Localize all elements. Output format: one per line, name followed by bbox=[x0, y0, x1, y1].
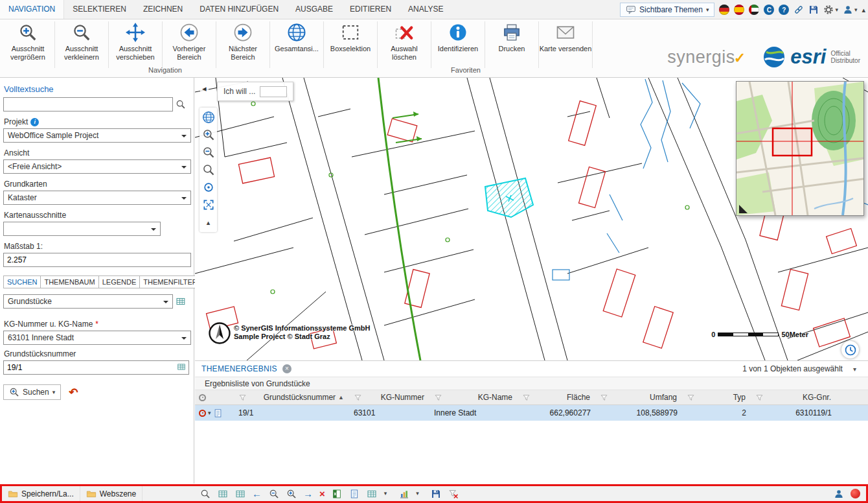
filter-icon[interactable] bbox=[434, 393, 442, 402]
filter-icon[interactable] bbox=[687, 393, 695, 402]
user-session-button[interactable] bbox=[833, 488, 844, 499]
copy-selection-button[interactable] bbox=[367, 488, 378, 499]
search-icon[interactable] bbox=[176, 99, 186, 110]
north-arrow-icon[interactable] bbox=[208, 322, 231, 345]
pan-button[interactable]: Ausschnitt verschieben bbox=[109, 19, 162, 62]
box-selection-button[interactable]: Boxselektion bbox=[324, 19, 377, 53]
flag-german-icon[interactable] bbox=[719, 5, 729, 15]
map-full-extent-button[interactable] bbox=[201, 110, 216, 124]
menu-tab-analyse[interactable]: ANALYSE bbox=[400, 0, 451, 19]
column-header-kg-name[interactable]: KG-Name bbox=[429, 390, 518, 404]
previous-record-icon[interactable]: ← bbox=[252, 489, 262, 498]
map-zoom-out-button[interactable] bbox=[201, 145, 216, 159]
menu-tab-selektieren[interactable]: SELEKTIEREN bbox=[64, 0, 135, 19]
sort-asc-icon[interactable]: ▲ bbox=[338, 394, 344, 401]
collapse-ribbon-icon[interactable]: ▴ bbox=[862, 6, 865, 14]
table-row[interactable]: ▾ 19/1 63101 Innere Stadt 662,960277 108… bbox=[195, 405, 868, 421]
new-table-button[interactable] bbox=[234, 488, 246, 499]
time-slider-button[interactable] bbox=[841, 341, 859, 358]
menu-tab-daten-hinzufuegen[interactable]: DATEN HINZUFÜGEN bbox=[191, 0, 287, 19]
overview-map[interactable] bbox=[736, 81, 864, 216]
chevron-down-icon[interactable]: ▾ bbox=[384, 491, 387, 497]
report-button[interactable] bbox=[349, 488, 360, 499]
flag-arabic-icon[interactable] bbox=[749, 5, 759, 15]
print-button[interactable]: Drucken bbox=[485, 19, 538, 53]
map-view[interactable]: ◂ Ich will ... ▴ © SynerGIS Informations… bbox=[195, 78, 868, 360]
tab-themenfilter[interactable]: THEMENFILTER bbox=[140, 275, 201, 288]
map-center-button[interactable] bbox=[201, 180, 216, 194]
results-tab[interactable]: THEMENERGEBNIS bbox=[201, 364, 277, 373]
menu-tab-ausgabe[interactable]: AUSGABE bbox=[287, 0, 341, 19]
column-header-umfang[interactable]: Umfang bbox=[595, 390, 682, 404]
tab-suchen[interactable]: SUCHEN bbox=[3, 275, 41, 288]
zoom-to-feature-icon[interactable] bbox=[199, 410, 206, 417]
map-extent-button[interactable] bbox=[201, 198, 216, 212]
tab-themenbaum[interactable]: THEMENBAUM bbox=[41, 275, 98, 288]
basemap-select[interactable]: Kataster bbox=[3, 191, 191, 205]
webszene-button[interactable]: Webszene bbox=[80, 486, 143, 501]
tab-legende[interactable]: LEGENDE bbox=[99, 275, 141, 288]
next-record-icon[interactable]: → bbox=[303, 489, 313, 498]
input-helper-icon[interactable] bbox=[177, 362, 186, 371]
column-header-typ[interactable]: Typ bbox=[682, 390, 751, 404]
parcel-number-input[interactable] bbox=[3, 360, 189, 375]
search-theme-select[interactable]: Grundstücke bbox=[3, 294, 173, 309]
chart-button[interactable] bbox=[398, 488, 409, 499]
clear-selection-button[interactable]: Auswahl löschen bbox=[378, 19, 431, 62]
collapse-panel-icon[interactable]: ▾ bbox=[853, 366, 856, 373]
map-zoom-box-button[interactable] bbox=[201, 163, 216, 177]
ich-will-widget[interactable]: Ich will ... bbox=[217, 82, 293, 101]
close-results-icon[interactable]: × bbox=[282, 364, 291, 373]
chevron-down-icon[interactable]: ▾ bbox=[416, 491, 419, 497]
previous-extent-button[interactable]: Vorheriger Bereich bbox=[163, 19, 216, 62]
filter-icon[interactable] bbox=[755, 393, 764, 402]
save-load-button[interactable]: Speichern/La... bbox=[2, 486, 80, 501]
ich-will-input[interactable] bbox=[260, 86, 287, 97]
zoom-out-button[interactable]: Ausschnitt verkleinern bbox=[55, 19, 108, 62]
column-header-kg-gnr[interactable]: KG-Gnr. bbox=[751, 390, 836, 404]
excel-export-button[interactable] bbox=[332, 488, 343, 499]
save-session-icon[interactable] bbox=[808, 5, 819, 15]
identify-button[interactable]: Identifizieren bbox=[431, 19, 485, 53]
chevron-down-icon[interactable]: ▾ bbox=[208, 410, 211, 416]
menu-tab-editieren[interactable]: EDITIEREN bbox=[341, 0, 400, 19]
reset-form-icon[interactable]: ↶ bbox=[69, 387, 78, 398]
table-zoom-in-button[interactable] bbox=[286, 488, 297, 499]
remove-filter-button[interactable] bbox=[448, 488, 459, 499]
clear-result-icon[interactable]: × bbox=[319, 489, 325, 498]
column-header-grundstuecksnummer[interactable]: Grundstücksnummer▲ bbox=[234, 390, 349, 404]
filter-icon[interactable] bbox=[600, 393, 608, 402]
filter-icon[interactable] bbox=[354, 393, 362, 402]
settings-button[interactable]: ▾ bbox=[823, 5, 838, 15]
user-button[interactable]: ▾ bbox=[843, 5, 858, 15]
filter-icon[interactable] bbox=[238, 393, 247, 402]
extent-select[interactable] bbox=[3, 222, 161, 236]
send-map-button[interactable]: Karte versenden bbox=[539, 19, 592, 53]
filter-icon[interactable] bbox=[522, 393, 531, 402]
menu-tab-zeichnen[interactable]: ZEICHNEN bbox=[135, 0, 191, 19]
fulltext-search-input[interactable] bbox=[3, 97, 173, 111]
full-extent-button[interactable]: Gesamtansi... bbox=[270, 19, 323, 53]
layer-list-icon[interactable] bbox=[176, 296, 186, 307]
attribute-table-button[interactable] bbox=[217, 488, 228, 499]
project-select[interactable]: WebOffice Sample Project bbox=[3, 128, 191, 143]
zoom-in-button[interactable]: Ausschnitt vergrößern bbox=[1, 19, 54, 62]
flag-spanish-icon[interactable] bbox=[734, 5, 744, 15]
suchen-button[interactable]: Suchen ▾ bbox=[3, 384, 61, 400]
scale-input[interactable] bbox=[3, 253, 191, 267]
table-zoom-out-button[interactable] bbox=[268, 488, 279, 499]
kg-select[interactable]: 63101 Innere Stadt bbox=[3, 331, 191, 345]
map-tools-collapse-button[interactable]: ▴ bbox=[201, 215, 216, 229]
info-icon[interactable]: i bbox=[30, 118, 39, 126]
language-icon[interactable]: C bbox=[764, 5, 774, 15]
view-select[interactable]: <Freie Ansicht> bbox=[3, 159, 191, 174]
help-icon[interactable]: ? bbox=[779, 5, 789, 15]
feature-report-icon[interactable] bbox=[213, 408, 223, 418]
zoom-to-selection-button[interactable] bbox=[200, 488, 211, 499]
column-header-flaeche[interactable]: Fläche bbox=[518, 390, 595, 404]
column-header-kg-nummer[interactable]: KG-Nummer bbox=[349, 390, 429, 404]
visible-themes-button[interactable]: Sichtbare Themen ▾ bbox=[620, 3, 714, 17]
link-icon[interactable] bbox=[794, 5, 804, 15]
menu-tab-navigation[interactable]: NAVIGATION bbox=[0, 0, 64, 19]
collapse-sidebar-icon[interactable]: ◂ bbox=[200, 83, 209, 94]
